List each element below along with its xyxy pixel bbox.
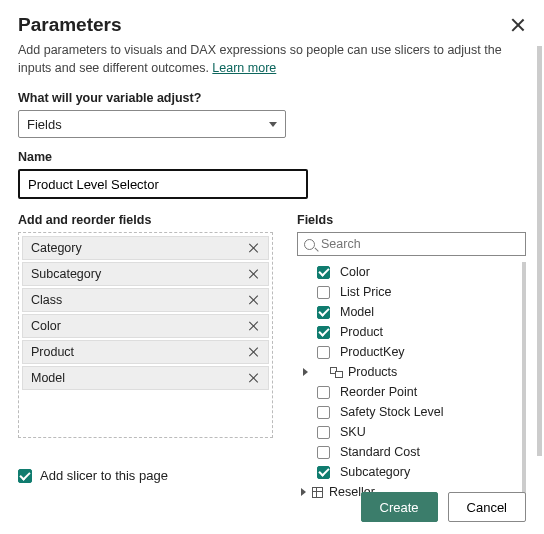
remove-icon[interactable] [248, 346, 260, 358]
search-input[interactable] [321, 237, 519, 251]
dialog-title: Parameters [18, 14, 122, 36]
fields-tree[interactable]: ColorList PriceModelProductProductKeyPro… [297, 262, 526, 502]
reorder-item-label: Class [31, 293, 62, 307]
field-item[interactable]: Color [297, 262, 518, 282]
field-item[interactable]: Reorder Point [297, 382, 518, 402]
field-label: Reorder Point [340, 385, 417, 399]
field-label: Standard Cost [340, 445, 420, 459]
search-icon [304, 239, 315, 250]
remove-icon[interactable] [248, 242, 260, 254]
field-checkbox[interactable] [317, 286, 330, 299]
field-checkbox[interactable] [317, 266, 330, 279]
reorder-item-label: Subcategory [31, 267, 101, 281]
remove-icon[interactable] [248, 294, 260, 306]
field-checkbox[interactable] [317, 446, 330, 459]
variable-label: What will your variable adjust? [18, 91, 526, 105]
variable-value: Fields [27, 117, 62, 132]
table-icon [330, 367, 342, 377]
name-label: Name [18, 150, 526, 164]
reorder-item[interactable]: Product [22, 340, 269, 364]
field-item[interactable]: Product [297, 322, 518, 342]
reorder-item-label: Color [31, 319, 61, 333]
reorder-item[interactable]: Class [22, 288, 269, 312]
field-item[interactable]: List Price [297, 282, 518, 302]
field-item[interactable]: Safety Stock Level [297, 402, 518, 422]
create-button[interactable]: Create [361, 492, 438, 522]
field-label: Product [340, 325, 383, 339]
name-input[interactable] [18, 169, 308, 199]
field-checkbox[interactable] [317, 306, 330, 319]
field-checkbox[interactable] [317, 426, 330, 439]
remove-icon[interactable] [248, 372, 260, 384]
field-item[interactable]: SKU [297, 422, 518, 442]
reorder-item-label: Product [31, 345, 74, 359]
fields-label: Fields [297, 213, 526, 227]
field-checkbox[interactable] [317, 466, 330, 479]
field-item[interactable]: Standard Cost [297, 442, 518, 462]
field-label: Model [340, 305, 374, 319]
field-checkbox[interactable] [317, 386, 330, 399]
reorder-item[interactable]: Category [22, 236, 269, 260]
field-label: List Price [340, 285, 391, 299]
field-subtable[interactable]: Products [297, 362, 518, 382]
cancel-button[interactable]: Cancel [448, 492, 526, 522]
field-item[interactable]: ProductKey [297, 342, 518, 362]
field-label: Products [348, 365, 397, 379]
field-label: ProductKey [340, 345, 405, 359]
field-label: Color [340, 265, 370, 279]
field-item[interactable]: Model [297, 302, 518, 322]
reorder-label: Add and reorder fields [18, 213, 273, 227]
reorder-item-label: Category [31, 241, 82, 255]
field-item[interactable]: Subcategory [297, 462, 518, 482]
fields-search[interactable] [297, 232, 526, 256]
chevron-right-icon [301, 488, 306, 496]
reorder-list[interactable]: CategorySubcategoryClassColorProductMode… [18, 232, 273, 438]
field-label: Safety Stock Level [340, 405, 444, 419]
intro-text: Add parameters to visuals and DAX expres… [18, 42, 526, 77]
field-checkbox[interactable] [317, 346, 330, 359]
close-icon[interactable] [510, 17, 526, 33]
reorder-item[interactable]: Subcategory [22, 262, 269, 286]
dialog-scrollbar[interactable] [537, 46, 542, 456]
reorder-item-label: Model [31, 371, 65, 385]
field-checkbox[interactable] [317, 406, 330, 419]
chevron-right-icon [303, 368, 308, 376]
remove-icon[interactable] [248, 268, 260, 280]
table-icon [312, 487, 323, 498]
chevron-down-icon [269, 122, 277, 127]
reorder-item[interactable]: Model [22, 366, 269, 390]
learn-more-link[interactable]: Learn more [212, 61, 276, 75]
remove-icon[interactable] [248, 320, 260, 332]
variable-select[interactable]: Fields [18, 110, 286, 138]
field-label: SKU [340, 425, 366, 439]
add-slicer-label: Add slicer to this page [40, 468, 168, 483]
field-checkbox[interactable] [317, 326, 330, 339]
field-label: Subcategory [340, 465, 410, 479]
reorder-item[interactable]: Color [22, 314, 269, 338]
add-slicer-checkbox[interactable] [18, 469, 32, 483]
